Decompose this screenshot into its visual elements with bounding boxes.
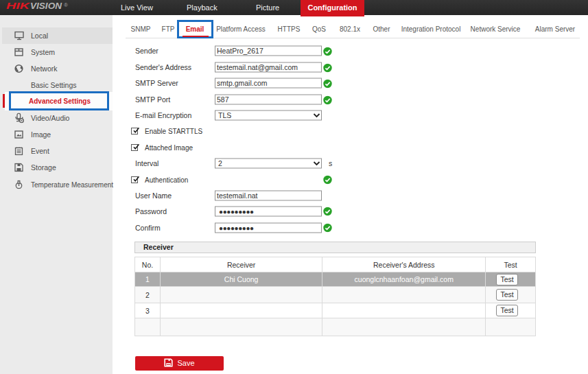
svg-text:HIK: HIK: [6, 1, 31, 11]
svg-text:VISION: VISION: [30, 1, 62, 11]
svg-text:®: ®: [64, 2, 68, 8]
